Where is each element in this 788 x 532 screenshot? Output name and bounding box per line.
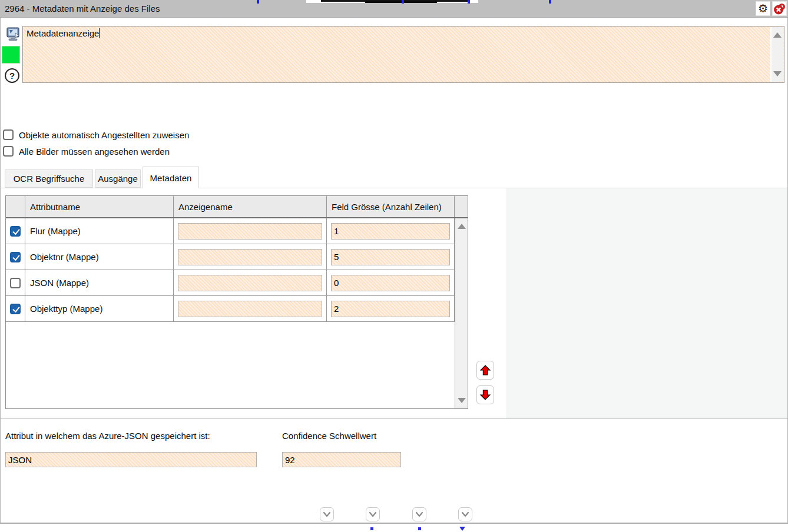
top-artifact-bar-thick: [365, 1, 437, 3]
table-row[interactable]: Flur (Mappe): [6, 218, 456, 244]
description-scrollbar[interactable]: [770, 27, 783, 82]
text-caret: [99, 28, 100, 38]
feld-groesse-input[interactable]: [331, 301, 450, 317]
header-filler: [455, 196, 467, 217]
confidence-label: Confidence Schwellwert: [282, 431, 376, 441]
collapse-button-4[interactable]: [458, 507, 472, 521]
checkbox[interactable]: [3, 146, 14, 157]
metadata-table: Attributname Anzeigename Feld Grösse (An…: [5, 195, 468, 409]
attributname-cell: JSON (Mappe): [25, 270, 174, 295]
feld-groesse-input[interactable]: [331, 275, 450, 291]
tab-metadaten[interactable]: Metadaten: [143, 167, 199, 188]
chevron-down-icon: [461, 510, 470, 519]
tab-ausgaenge[interactable]: Ausgänge: [95, 169, 141, 188]
metadaten-tab-panel: Attributname Anzeigename Feld Grösse (An…: [1, 188, 787, 419]
row-checkbox[interactable]: [10, 278, 21, 288]
gear-icon: ⚙: [758, 3, 768, 14]
anzeigename-input[interactable]: [178, 301, 322, 317]
tab-label: Ausgänge: [98, 174, 138, 184]
panel-background: [506, 188, 787, 418]
header-attributname: Attributname: [25, 196, 174, 217]
option-label: Alle Bilder müssen angesehen werden: [19, 147, 170, 157]
collapse-button-3[interactable]: [412, 507, 426, 521]
connector-dot: [370, 527, 373, 530]
feld-groesse-input[interactable]: [331, 249, 450, 265]
table-scrollbar[interactable]: [455, 218, 468, 408]
table-header-row: Attributname Anzeigename Feld Grösse (An…: [6, 196, 468, 218]
scroll-down-icon[interactable]: [458, 398, 466, 403]
scroll-up-icon[interactable]: [458, 224, 466, 229]
remove-button[interactable]: [772, 1, 787, 16]
move-down-icon: [479, 389, 491, 401]
option-assign-employees[interactable]: Objekte automatisch Angestellten zuweise…: [3, 129, 189, 140]
settings-button[interactable]: ⚙: [756, 1, 770, 16]
scroll-down-icon[interactable]: [773, 71, 782, 77]
description-box[interactable]: Metadatenanzeige: [22, 26, 784, 83]
header-checkbox-col: [6, 196, 25, 217]
move-row-up-button[interactable]: [476, 361, 494, 380]
chevron-down-icon: [415, 510, 424, 519]
azure-json-input[interactable]: [5, 452, 257, 467]
option-label: Objekte automatisch Angestellten zuweise…: [19, 130, 189, 140]
feld-groesse-input[interactable]: [331, 223, 450, 240]
anzeigename-input[interactable]: [178, 223, 322, 240]
connector-arrow-icon: [459, 527, 465, 531]
description-text: Metadatenanzeige: [27, 28, 99, 38]
checkbox[interactable]: [3, 129, 14, 140]
collapse-button-1[interactable]: [320, 507, 334, 521]
move-row-down-button[interactable]: [476, 385, 494, 404]
attributname-cell: Objekttyp (Mappe): [25, 296, 174, 321]
attributname-cell: Objektnr (Mappe): [25, 244, 174, 270]
bottom-artifact-strip: [0, 524, 788, 532]
chevron-down-icon: [368, 510, 378, 519]
help-icon[interactable]: ?: [5, 68, 19, 83]
green-color-swatch[interactable]: [2, 46, 20, 64]
chevron-down-icon: [322, 510, 332, 519]
table-row[interactable]: JSON (Mappe): [6, 270, 456, 296]
tab-ocr-begriffsuche[interactable]: OCR Begriffsuche: [5, 169, 93, 188]
anzeigename-input[interactable]: [178, 275, 322, 291]
row-checkbox[interactable]: [10, 252, 21, 262]
anzeigename-input[interactable]: [178, 249, 322, 265]
titlebar-buttons: ⚙: [756, 1, 787, 16]
collapse-button-2[interactable]: [366, 507, 380, 521]
row-checkbox[interactable]: [10, 304, 21, 314]
table-row[interactable]: Objektnr (Mappe): [6, 244, 456, 270]
window-title: 2964 - Metadaten mit Anzeige des Files: [0, 4, 160, 14]
connector-tick: [468, 0, 470, 4]
table-row[interactable]: Objekttyp (Mappe): [6, 296, 456, 322]
remove-icon: [773, 2, 786, 15]
header-anzeigename: Anzeigename: [174, 196, 327, 217]
connector-tick: [257, 0, 259, 4]
connector-tick: [549, 0, 551, 4]
confidence-input[interactable]: [282, 452, 401, 467]
azure-json-label: Attribut in welchem das Azure-JSON gespe…: [5, 431, 210, 441]
move-up-icon: [479, 364, 491, 376]
attributname-cell: Flur (Mappe): [25, 218, 174, 244]
row-checkbox[interactable]: [10, 226, 21, 237]
dialog-body: ? Metadatenanzeige Objekte automatisch A…: [0, 18, 788, 524]
header-feld-groesse: Feld Grösse (Anzahl Zeilen): [327, 196, 455, 217]
option-all-images-viewed[interactable]: Alle Bilder müssen angesehen werden: [3, 146, 170, 157]
monitor-icon: [5, 26, 21, 42]
tab-label: Metadaten: [150, 173, 192, 183]
connector-tick: [402, 0, 404, 4]
connector-dot: [418, 527, 421, 530]
scroll-up-icon[interactable]: [773, 32, 782, 38]
tab-label: OCR Begriffsuche: [14, 174, 85, 184]
workflow-node-dialog: 2964 - Metadaten mit Anzeige des Files ⚙: [0, 0, 788, 532]
